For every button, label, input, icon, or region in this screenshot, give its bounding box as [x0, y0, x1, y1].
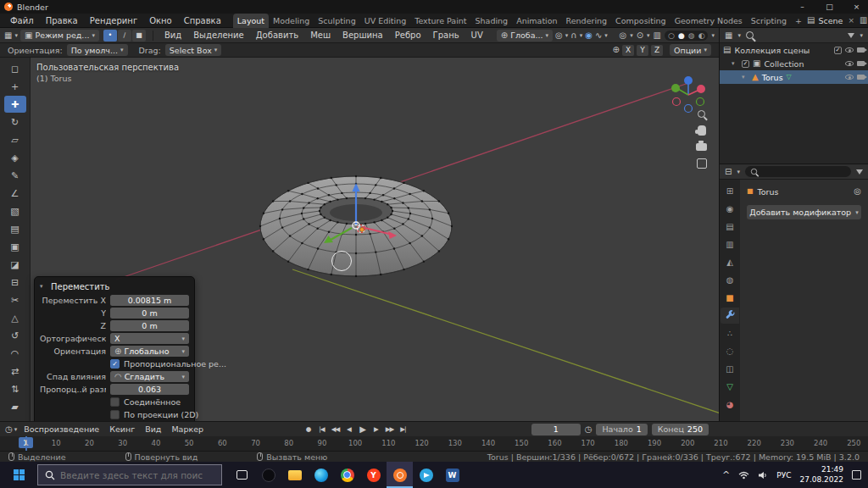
tool-shear[interactable]: ▰ — [4, 398, 26, 415]
expand-caret-icon[interactable]: ▾ — [732, 60, 738, 67]
pin-icon[interactable]: ◎ — [854, 187, 861, 196]
network-icon[interactable] — [738, 471, 749, 480]
frame-start-field[interactable]: Начало 1 — [596, 424, 647, 435]
menu-select[interactable]: Выделение — [187, 29, 250, 42]
transport-auto-key-button[interactable]: ● — [302, 423, 314, 435]
menu-edit[interactable]: Правка — [40, 14, 84, 27]
tool-smooth[interactable]: ◠ — [4, 345, 26, 362]
outliner-row-scene-collection[interactable]: ▤ Коллекция сцены ✓ — [720, 43, 868, 57]
shading-material-icon[interactable]: ◍ — [688, 31, 695, 40]
workspace-tab-scripting[interactable]: Scripting — [747, 14, 791, 28]
drag-setting-dropdown[interactable]: Select Box▾ — [165, 44, 222, 56]
taskbar-app-edge[interactable] — [308, 462, 334, 488]
editor-type-icon[interactable]: ▦ — [4, 31, 12, 40]
mirror-globe-icon[interactable]: ⊕ — [613, 46, 620, 54]
workspace-tab-shading[interactable]: Shading — [471, 14, 513, 28]
eye-icon[interactable] — [845, 75, 854, 80]
workspace-tab-geometry-nodes[interactable]: Geometry Nodes — [670, 14, 747, 28]
editor-type-icon[interactable]: ◷ — [5, 425, 13, 434]
properties-tab-world[interactable]: ◍ — [721, 272, 739, 288]
properties-tab-physics[interactable]: ◌ — [721, 343, 739, 359]
orientation-setting-dropdown[interactable]: По умолч...▾ — [67, 44, 128, 56]
current-frame-field[interactable]: 1 — [531, 424, 581, 435]
workspace-tab-modeling[interactable]: Modeling — [269, 14, 314, 28]
overlays-icon[interactable]: ⊙ — [637, 31, 643, 40]
transport-next-keyframe-button[interactable]: ▶▶ — [383, 423, 396, 435]
mirror-y-button[interactable]: Y — [637, 45, 648, 56]
pan-hand-icon[interactable] — [698, 125, 706, 136]
properties-tab-object-data[interactable]: ▽ — [721, 379, 739, 395]
taskbar-app-word[interactable]: W — [439, 462, 465, 488]
frame-end-field[interactable]: Конец 250 — [652, 424, 709, 435]
mirror-x-button[interactable]: X — [622, 45, 634, 56]
move-x-field[interactable]: 0.00815 m — [110, 295, 189, 306]
connected-checkbox[interactable] — [110, 397, 120, 407]
close-button[interactable]: × — [845, 0, 868, 14]
search-icon[interactable] — [746, 31, 754, 39]
falloff-curve-icon[interactable]: ∿ — [595, 31, 602, 40]
vertex-select-button[interactable]: • — [103, 30, 117, 42]
volume-icon[interactable] — [758, 471, 768, 480]
workspace-tab-texture-paint[interactable]: Texture Paint — [410, 14, 470, 28]
filter-icon[interactable] — [848, 33, 854, 38]
proportional-size-field[interactable]: 0.063 — [110, 384, 189, 395]
properties-tab-view-layer[interactable]: ▥ — [721, 236, 739, 252]
tool-edge-slide[interactable]: ⇄ — [4, 363, 26, 380]
face-select-button[interactable]: ■ — [132, 30, 146, 42]
transform-orientation-dropdown[interactable]: ⊕ Глоба... ▾ — [497, 30, 553, 42]
menu-edge[interactable]: Ребро — [389, 29, 427, 42]
properties-search-box[interactable] — [745, 166, 851, 177]
mode-dropdown[interactable]: ▣ Режим ред... ▾ — [20, 30, 99, 42]
tool-knife[interactable]: ✂ — [4, 291, 26, 308]
workspace-tab-animation[interactable]: Animation — [512, 14, 561, 28]
properties-tab-render[interactable]: ◉ — [721, 201, 739, 217]
properties-tab-constraints[interactable]: ◫ — [721, 361, 739, 377]
tool-select-box[interactable]: ◻ — [4, 60, 26, 77]
camera-icon[interactable] — [857, 61, 865, 66]
properties-tab-object[interactable]: ■ — [721, 290, 739, 306]
operator-panel-header[interactable]: ▾ Переместить — [40, 280, 189, 293]
tool-poly-build[interactable]: △ — [4, 309, 26, 326]
taskbar-app-yandex[interactable]: Y — [360, 462, 387, 488]
orientation-dropdown[interactable]: ⊕ Глобально▾ — [110, 346, 189, 357]
tool-spin[interactable]: ↺ — [4, 327, 26, 344]
eye-icon[interactable] — [845, 47, 854, 53]
pivot-point-icon[interactable]: ◎ — [555, 31, 563, 40]
menu-uv[interactable]: UV — [465, 29, 489, 42]
tool-shrink-fatten[interactable]: ⇅ — [4, 380, 26, 397]
menu-view[interactable]: Вид — [159, 29, 187, 42]
tool-cursor[interactable]: + — [4, 78, 26, 95]
properties-tab-particles[interactable]: ∴ — [721, 325, 739, 341]
tool-add-cube[interactable]: ▧ — [4, 202, 26, 219]
editor-type-icon[interactable]: ⊟ — [725, 168, 732, 176]
maximize-button[interactable]: □ — [818, 0, 841, 14]
timeline-menu-marker[interactable]: Маркер — [166, 424, 209, 434]
timeline-menu-keying[interactable]: Кеинг — [104, 424, 140, 434]
menu-file[interactable]: Файл — [4, 14, 40, 27]
tool-transform[interactable]: ◈ — [4, 149, 26, 166]
taskbar-app-task-view[interactable] — [229, 462, 255, 488]
toggle-perspective-icon[interactable] — [697, 158, 707, 169]
notification-center-icon[interactable] — [852, 470, 861, 480]
expand-caret-icon[interactable]: ▾ — [742, 74, 748, 80]
tool-loop-cut[interactable]: ⊟ — [4, 274, 26, 291]
taskbar-search-box[interactable] — [37, 464, 222, 485]
taskbar-app-chrome[interactable] — [334, 462, 360, 488]
workspace-tab-layout[interactable]: Layout — [233, 14, 269, 28]
tool-scale[interactable]: ▱ — [4, 131, 26, 148]
transport-jump-end-button[interactable]: ▶| — [397, 423, 409, 435]
workspace-tab-rendering[interactable]: Rendering — [562, 14, 612, 28]
menu-help[interactable]: Справка — [178, 14, 227, 27]
add-modifier-button[interactable]: Добавить модификатор ▾ — [747, 205, 861, 219]
transport-play-button[interactable]: ▶ — [356, 423, 369, 435]
hidden-icons-chevron[interactable]: ^ — [722, 469, 730, 480]
mirror-z-button[interactable]: Z — [651, 45, 663, 56]
snap-magnet-icon[interactable]: ∩ — [570, 31, 576, 40]
filter-icon[interactable] — [856, 169, 863, 175]
camera-view-icon[interactable] — [696, 143, 707, 151]
ortho-axis-dropdown[interactable]: X▾ — [110, 333, 189, 344]
tool-annotate[interactable]: ✎ — [4, 167, 26, 184]
taskbar-app-file-explorer[interactable] — [281, 462, 308, 488]
transport-play-reverse-button[interactable]: ◀ — [342, 423, 355, 435]
zoom-icon[interactable] — [698, 110, 705, 118]
